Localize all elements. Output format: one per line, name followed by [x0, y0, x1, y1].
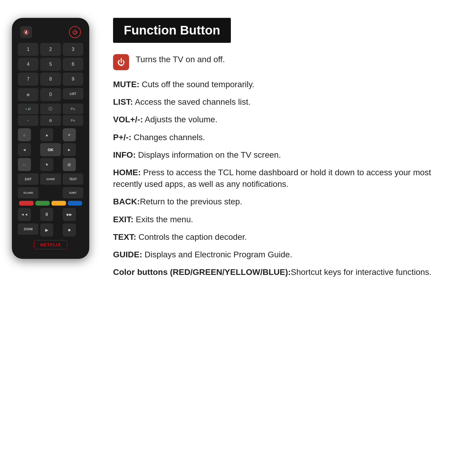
mute-desc: Cuts off the sound temporarily.	[140, 80, 255, 89]
number-grid: 1 2 3 4 5 6 7 8 9	[18, 43, 83, 86]
ok-button[interactable]: OK	[40, 143, 61, 156]
button-6[interactable]: 6	[63, 58, 83, 71]
menu-button[interactable]: ≡	[63, 128, 76, 141]
exit-button[interactable]: EXIT	[18, 173, 38, 185]
vol-ch-row: +🔊 − ⓘ ⚙ P∧ P∨	[18, 104, 83, 126]
mute-button[interactable]: 🔇	[20, 26, 32, 38]
list-text: LIST: Access the saved channels list.	[113, 96, 250, 108]
power-desc: Turns the TV on and off.	[136, 54, 225, 65]
ch-down-button[interactable]: P∨	[63, 115, 83, 126]
info-item-guide: GUIDE: Displays and Electronic Program G…	[113, 249, 458, 260]
guide-text: GUIDE: Displays and Electronic Program G…	[113, 249, 292, 260]
red-button[interactable]	[19, 201, 34, 206]
power-icon-box: ⏻	[113, 54, 129, 70]
netflix-button[interactable]: NETFLIX	[34, 240, 67, 249]
remote-control: 🔇 ⏻ 1 2 3 4 5 6 7 8 9 ⊕ 0 LIST +🔊 −	[12, 18, 89, 259]
home-label: HOME:	[113, 168, 141, 177]
media-row: ◄◄ ⏸ ▶▶	[18, 208, 83, 221]
back-text: BACK:Return to the previous step.	[113, 196, 242, 207]
list-desc: Access the saved channels list.	[133, 97, 250, 107]
p-desc: Changes channels.	[131, 133, 205, 142]
info-label: INFO:	[113, 150, 136, 159]
back-button[interactable]: ←	[18, 158, 31, 171]
aspect-button[interactable]: ⊞	[63, 158, 76, 171]
zero-row: ⊕ 0 LIST	[18, 88, 83, 101]
home-desc: Press to access the TCL home dashboard o…	[113, 168, 431, 189]
back-label: BACK:	[113, 197, 140, 206]
guide-desc: Displays and Electronic Program Guide.	[142, 250, 292, 259]
vol-label: VOL+/-:	[113, 115, 143, 124]
nav-bot-row: ← ▼ ⊞	[18, 158, 83, 171]
info-section: Function Button ⏻ Turns the TV on and of…	[101, 0, 476, 304]
mute-text: MUTE: Cuts off the sound temporarily.	[113, 79, 254, 90]
exit-label: EXIT:	[113, 215, 133, 224]
rewind-button[interactable]: ◄◄	[18, 208, 31, 221]
button-0[interactable]: 0	[40, 88, 61, 101]
info-desc: Displays information on the TV screen.	[136, 150, 281, 159]
info-item-text: TEXT: Controls the caption decoder.	[113, 231, 458, 243]
button-4[interactable]: 4	[18, 58, 38, 71]
info-text-el: INFO: Displays information on the TV scr…	[113, 149, 281, 161]
info-item-p: P+/-: Changes channels.	[113, 131, 458, 143]
text-text: TEXT: Controls the caption decoder.	[113, 231, 247, 243]
exit-desc: Exits the menu.	[133, 215, 193, 224]
globe-button[interactable]: ⊕	[18, 88, 38, 101]
up-button[interactable]: ▲	[40, 128, 53, 141]
button-3[interactable]: 3	[63, 43, 83, 56]
blue-button[interactable]	[68, 201, 82, 206]
color-buttons-row	[18, 201, 83, 206]
list-button[interactable]: LIST	[63, 88, 83, 99]
pause-button[interactable]: ⏸	[40, 208, 53, 221]
info-item-mute: MUTE: Cuts off the sound temporarily.	[113, 79, 458, 90]
remote-section: 🔇 ⏻ 1 2 3 4 5 6 7 8 9 ⊕ 0 LIST +🔊 −	[0, 0, 101, 277]
play-button[interactable]: ▶	[40, 223, 53, 237]
ch-up-button[interactable]: P∧	[63, 104, 83, 114]
button-1[interactable]: 1	[18, 43, 38, 56]
green-button[interactable]	[35, 201, 50, 206]
text-button[interactable]: TEXT	[63, 173, 83, 185]
nav-section: ⌂ ▲ ≡ ◄ OK ► ← ▼ ⊞	[18, 128, 83, 171]
guide-button[interactable]: GUIDE	[40, 173, 61, 185]
home-text: HOME: Press to access the TCL home dashb…	[113, 167, 458, 190]
button-2[interactable]: 2	[40, 43, 61, 56]
right-button[interactable]: ►	[63, 143, 76, 156]
button-9[interactable]: 9	[63, 73, 83, 86]
settings-button[interactable]: ⚙	[40, 115, 61, 126]
func-row-2: ⊙LANG SUBT.	[18, 187, 83, 198]
title-banner: Function Button	[113, 18, 231, 43]
p-label: P+/-:	[113, 133, 131, 142]
lang-button[interactable]: ⊙LANG	[18, 187, 38, 198]
button-5[interactable]: 5	[40, 58, 61, 71]
color-text: Color buttons (RED/GREEN/YELLOW/BLUE):Sh…	[113, 266, 431, 278]
home-button[interactable]: ⌂	[18, 128, 31, 141]
func-row-1: EXIT GUIDE TEXT	[18, 173, 83, 185]
info-item-info: INFO: Displays information on the TV scr…	[113, 149, 458, 161]
nav-top-row: ⌂ ▲ ≡	[18, 128, 83, 141]
title-banner-text: Function Button	[124, 23, 220, 37]
info-item-home: HOME: Press to access the TCL home dashb…	[113, 167, 458, 190]
color-label: Color buttons (RED/GREEN/YELLOW/BLUE):	[113, 267, 291, 277]
vol-text: VOL+/-: Adjusts the volume.	[113, 114, 217, 125]
vol-plus-button[interactable]: +🔊	[18, 104, 38, 114]
down-button[interactable]: ▼	[40, 158, 53, 171]
button-8[interactable]: 8	[40, 73, 61, 86]
vol-minus-button[interactable]: −	[18, 115, 38, 126]
forward-button[interactable]: ▶▶	[63, 208, 76, 221]
channel-group: P∧ P∨	[63, 104, 83, 126]
left-button[interactable]: ◄	[18, 143, 31, 156]
info-button[interactable]: ⓘ	[40, 104, 61, 114]
color-desc: Shortcut keys for interactive functions.	[291, 267, 431, 277]
info-item-vol: VOL+/-: Adjusts the volume.	[113, 114, 458, 125]
button-7[interactable]: 7	[18, 73, 38, 86]
volume-group: +🔊 −	[18, 104, 38, 126]
text-label: TEXT:	[113, 232, 136, 242]
yellow-button[interactable]	[51, 201, 66, 206]
stop-button[interactable]: ■	[63, 223, 76, 237]
back-desc: Return to the previous step.	[140, 197, 242, 206]
power-button[interactable]: ⏻	[69, 26, 81, 38]
power-icon: ⏻	[117, 58, 125, 67]
zoom-button[interactable]: ZOOM	[18, 223, 38, 235]
info-item-back: BACK:Return to the previous step.	[113, 196, 458, 207]
subt-button[interactable]: SUBT.	[63, 187, 83, 198]
guide-label: GUIDE:	[113, 250, 142, 259]
